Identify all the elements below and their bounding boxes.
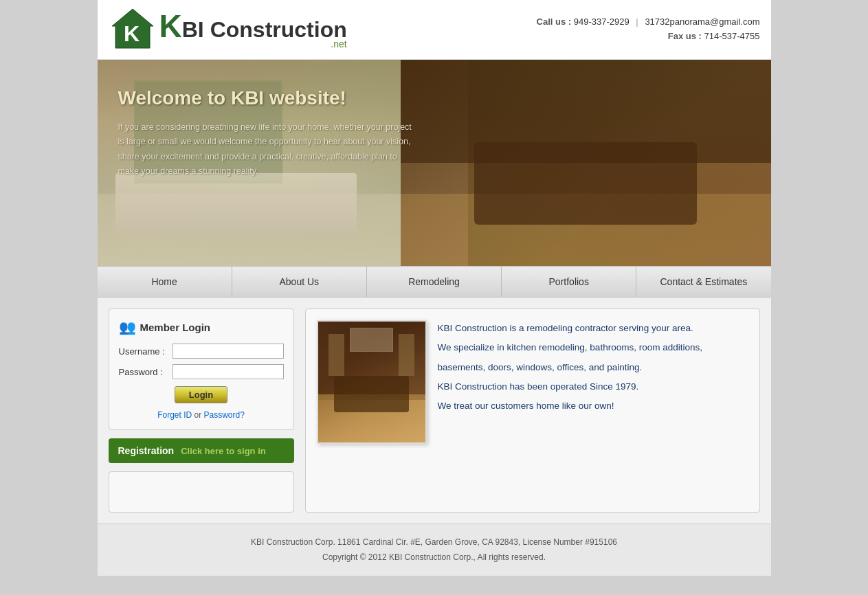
- or-text: or: [194, 410, 203, 420]
- username-label: Username :: [119, 346, 173, 357]
- header: K K BI Construction .net Call us : 949-3…: [98, 0, 771, 60]
- about-line-3: basements, doors, windows, offices, and …: [438, 359, 748, 376]
- username-row: Username :: [119, 344, 284, 359]
- footer: KBI Construction Corp. 11861 Cardinal Ci…: [98, 524, 771, 576]
- hero-description: If you are considering breathing new lif…: [118, 120, 414, 179]
- hero-title: Welcome to KBI website!: [118, 87, 414, 109]
- about-line-1: KBI Construction is a remodeling contrac…: [438, 320, 748, 337]
- hero-banner: Welcome to KBI website! If you are consi…: [98, 60, 771, 266]
- logo-net: .net: [159, 39, 347, 49]
- hero-text: Welcome to KBI website! If you are consi…: [98, 60, 434, 206]
- sign-in-link[interactable]: Click here to sign in: [181, 446, 266, 456]
- hero-kitchen-image: [401, 60, 771, 266]
- forget-id-link[interactable]: Forget ID: [157, 410, 192, 420]
- password-input[interactable]: [173, 364, 284, 379]
- kitchen-island-sim: [334, 376, 409, 412]
- footer-copyright: Copyright © 2012 KBI Construction Corp.,…: [109, 550, 760, 565]
- login-box: 👥 Member Login Username : Password : Log…: [109, 308, 294, 430]
- about-line-5: We treat our customers home like our own…: [438, 398, 748, 414]
- login-button-row: Login: [119, 386, 284, 403]
- logo-k: K: [159, 10, 182, 42]
- email-address: 31732panorama@gmail.com: [645, 16, 759, 27]
- empty-box: [109, 471, 294, 513]
- nav-item-portfolios[interactable]: Portfolios: [502, 267, 636, 297]
- logo-text: K BI Construction .net: [159, 10, 347, 49]
- footer-address: KBI Construction Corp. 11861 Cardinal Ci…: [109, 535, 760, 550]
- username-input[interactable]: [173, 344, 284, 359]
- login-title-text: Member Login: [140, 322, 211, 333]
- nav-item-home[interactable]: Home: [98, 267, 232, 297]
- registration-label: Registration: [118, 445, 175, 456]
- member-icon: 👥: [119, 319, 136, 335]
- about-image: [317, 320, 427, 444]
- right-panel: KBI Construction is a remodeling contrac…: [305, 308, 760, 513]
- call-label: Call us :: [537, 16, 572, 27]
- about-text: KBI Construction is a remodeling contrac…: [438, 320, 748, 501]
- forget-password-link[interactable]: Password?: [204, 410, 245, 420]
- about-line-2: We specialize in kitchen remodeling, bat…: [438, 339, 748, 356]
- logo-house-icon: K: [109, 5, 157, 54]
- fax-number: 714-537-4755: [704, 31, 760, 41]
- nav-item-remodeling[interactable]: Remodeling: [367, 267, 502, 297]
- left-panel: 👥 Member Login Username : Password : Log…: [109, 308, 294, 513]
- nav-item-about[interactable]: About Us: [232, 267, 367, 297]
- nav-item-contact[interactable]: Contact & Estimates: [636, 267, 770, 297]
- logo-bi-construction: BI Construction: [182, 19, 347, 41]
- password-row: Password :: [119, 364, 284, 379]
- login-title: 👥 Member Login: [119, 319, 284, 335]
- fax-label: Fax us :: [668, 31, 702, 41]
- contact-info: Call us : 949-337-2929 | 31732panorama@g…: [537, 15, 760, 44]
- password-label: Password :: [119, 367, 173, 377]
- registration-bar: Registration Click here to sign in: [109, 438, 294, 463]
- navigation-bar: Home About Us Remodeling Portfolios Cont…: [98, 266, 771, 298]
- login-button[interactable]: Login: [175, 386, 227, 403]
- call-number: 949-337-2929: [574, 16, 630, 27]
- logo-area: K K BI Construction .net: [109, 5, 347, 54]
- main-content: 👥 Member Login Username : Password : Log…: [98, 298, 771, 524]
- forget-row: Forget ID or Password?: [119, 410, 284, 420]
- svg-text:K: K: [124, 21, 140, 46]
- divider: |: [636, 16, 638, 27]
- about-line-4: KBI Construction has been operated Since…: [438, 379, 748, 395]
